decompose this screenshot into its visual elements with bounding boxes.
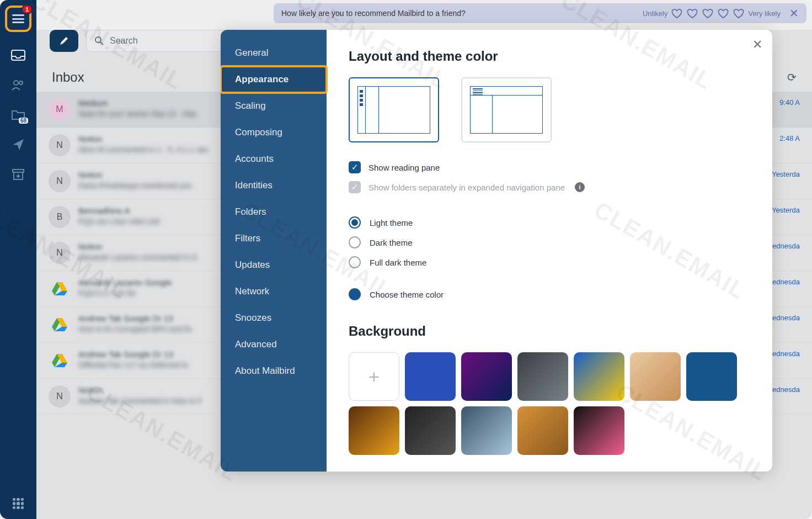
main-area: How likely are you to recommend Mailbird… [36,0,812,519]
hamburger-icon [12,14,24,23]
svg-rect-0 [12,50,25,60]
info-icon[interactable]: i [575,182,585,192]
folder-icon[interactable]: 68 [10,108,26,121]
settings-modal: GeneralAppearanceScalingComposingAccount… [221,30,772,472]
settings-nav-item[interactable]: Appearance [221,66,327,93]
background-tile[interactable] [461,352,512,401]
settings-title: Layout and theme color [349,49,750,64]
contacts-icon[interactable] [10,78,26,92]
settings-nav-item[interactable]: Scaling [221,93,327,119]
menu-button[interactable]: 1 [5,6,31,32]
settings-nav-item[interactable]: Folders [221,199,327,225]
notification-badge: 1 [22,4,33,14]
settings-nav-item[interactable]: Accounts [221,146,327,172]
survey-question: How likely are you to recommend Mailbird… [281,9,466,18]
folders-sep-checkbox[interactable]: ✓ [349,181,361,193]
background-tile[interactable] [349,406,399,455]
background-tile[interactable] [461,406,512,455]
heart-icon[interactable] [686,8,698,19]
survey-unlikely: Unlikely [643,9,668,18]
survey-likely: Very likely [748,9,781,18]
inbox-icon[interactable] [10,49,26,62]
send-icon[interactable] [10,138,26,151]
folder-count: 68 [19,118,28,124]
close-icon[interactable]: ✕ [752,38,762,52]
layout-option-columns[interactable] [349,77,439,142]
background-tile[interactable] [574,352,624,401]
heart-icon[interactable] [671,8,683,19]
background-tile[interactable] [405,352,456,401]
background-tile[interactable] [517,352,568,401]
full-dark-theme-label: Full dark theme [370,258,426,267]
light-theme-radio[interactable] [349,216,361,229]
background-add-tile[interactable]: + [349,352,399,401]
reading-pane-label: Show reading pane [368,163,440,172]
background-tile[interactable] [517,406,568,455]
settings-nav-item[interactable]: Advanced [221,331,327,358]
settings-nav-item[interactable]: General [221,40,327,66]
reading-pane-checkbox[interactable]: ✓ [349,161,361,173]
background-tile[interactable] [630,352,681,401]
survey-bar: How likely are you to recommend Mailbird… [274,3,806,23]
settings-nav-item[interactable]: Updates [221,252,327,278]
apps-grid-icon [13,498,24,509]
settings-nav-item[interactable]: About Mailbird [221,358,327,384]
settings-body: ✕ Layout and theme color ✓ Show reading … [327,30,772,472]
choose-theme-label: Choose theme color [370,290,444,299]
background-grid: + [349,352,750,455]
background-title: Background [349,324,750,339]
settings-nav-item[interactable]: Identities [221,172,327,199]
svg-point-2 [19,81,23,84]
background-tile[interactable] [686,352,737,401]
archive-icon[interactable] [10,168,26,181]
left-sidebar: 1 68 [0,0,36,519]
settings-nav-item[interactable]: Network [221,278,327,305]
heart-icon[interactable] [702,8,714,19]
settings-nav-item[interactable]: Snoozes [221,305,327,331]
background-tile[interactable] [405,406,456,455]
heart-icon[interactable] [717,8,729,19]
light-theme-label: Light theme [370,218,413,227]
layout-option-stacked[interactable] [461,77,552,142]
svg-point-1 [14,81,18,85]
dark-theme-radio[interactable] [349,236,361,248]
dark-theme-label: Dark theme [370,238,413,247]
theme-color-swatch[interactable] [349,288,361,300]
apps-button[interactable] [13,498,24,509]
folders-sep-label: Show folders separately in expanded navi… [368,183,565,192]
full-dark-theme-radio[interactable] [349,256,361,268]
heart-icon[interactable] [733,8,745,19]
survey-close-icon[interactable]: ✕ [789,7,799,20]
background-tile[interactable] [574,406,624,455]
settings-nav-item[interactable]: Filters [221,225,327,252]
settings-nav-item[interactable]: Composing [221,119,327,146]
settings-nav: GeneralAppearanceScalingComposingAccount… [221,30,327,472]
